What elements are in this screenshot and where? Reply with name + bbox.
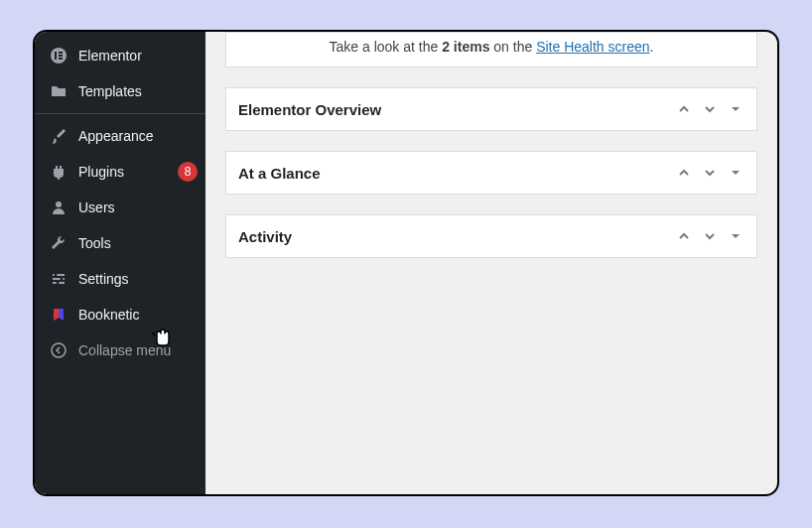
- sidebar-item-elementor[interactable]: Elementor: [35, 38, 205, 73]
- sidebar-separator: [35, 113, 205, 114]
- wrench-icon: [49, 233, 68, 253]
- notice-text-suffix: .: [650, 39, 654, 55]
- sidebar-item-label: Collapse menu: [78, 342, 198, 358]
- sidebar-item-label: Elementor: [78, 48, 198, 64]
- panel-title: Elementor Overview: [238, 101, 675, 118]
- notice-text-mid: on the: [489, 39, 536, 55]
- sidebar-item-plugins[interactable]: Plugins 8: [35, 154, 205, 190]
- sidebar-item-label: Booknetic: [78, 307, 198, 323]
- elementor-icon: [49, 46, 68, 66]
- panel-activity: Activity: [225, 214, 757, 258]
- dropdown-icon[interactable]: [727, 100, 744, 118]
- folder-icon: [49, 81, 68, 101]
- user-icon: [49, 198, 68, 217]
- chevron-up-icon[interactable]: [675, 227, 693, 245]
- sidebar-item-settings[interactable]: Settings: [35, 261, 205, 297]
- notice-text-prefix: Take a look at the: [330, 39, 443, 55]
- sliders-icon: [49, 269, 68, 289]
- chevron-down-icon[interactable]: [701, 164, 719, 182]
- chevron-up-icon[interactable]: [675, 100, 693, 118]
- site-health-notice: Take a look at the 2 items on the Site H…: [225, 32, 757, 67]
- panel-controls: [675, 164, 744, 182]
- plug-icon: [49, 162, 68, 182]
- panel-controls: [675, 100, 744, 118]
- sidebar-item-label: Settings: [78, 271, 198, 287]
- dashboard-content: Take a look at the 2 items on the Site H…: [205, 32, 777, 494]
- booknetic-icon: [49, 305, 68, 325]
- admin-sidebar: Elementor Templates Appearance Plugins 8: [35, 32, 205, 494]
- svg-point-11: [57, 282, 60, 285]
- notice-text-bold: 2 items: [442, 39, 489, 55]
- svg-rect-4: [59, 58, 63, 60]
- sidebar-item-collapse[interactable]: Collapse menu: [35, 332, 205, 368]
- sidebar-item-booknetic[interactable]: Booknetic: [35, 297, 205, 332]
- sidebar-item-label: Templates: [78, 83, 198, 99]
- update-badge: 8: [178, 162, 198, 182]
- sidebar-item-users[interactable]: Users: [35, 190, 205, 225]
- svg-point-12: [52, 343, 66, 357]
- panel-title: Activity: [238, 228, 675, 245]
- svg-rect-1: [55, 52, 57, 60]
- app-window: Elementor Templates Appearance Plugins 8: [33, 30, 779, 496]
- site-health-link[interactable]: Site Health screen: [536, 39, 649, 55]
- panel-controls: [675, 227, 744, 245]
- svg-point-5: [56, 201, 62, 207]
- sidebar-item-label: Users: [78, 199, 198, 215]
- chevron-down-icon[interactable]: [701, 227, 719, 245]
- panel-elementor-overview: Elementor Overview: [225, 87, 757, 131]
- dropdown-icon[interactable]: [727, 227, 744, 245]
- panel-title: At a Glance: [238, 165, 675, 182]
- panel-at-a-glance: At a Glance: [225, 151, 757, 195]
- chevron-down-icon[interactable]: [701, 100, 719, 118]
- sidebar-item-label: Plugins: [78, 164, 172, 180]
- svg-point-9: [55, 274, 58, 277]
- sidebar-item-label: Appearance: [78, 128, 198, 144]
- brush-icon: [49, 126, 68, 146]
- svg-point-10: [61, 278, 64, 281]
- dropdown-icon[interactable]: [727, 164, 744, 182]
- sidebar-item-appearance[interactable]: Appearance: [35, 118, 205, 154]
- svg-rect-2: [59, 52, 63, 54]
- sidebar-item-tools[interactable]: Tools: [35, 225, 205, 261]
- sidebar-item-templates[interactable]: Templates: [35, 73, 205, 109]
- chevron-up-icon[interactable]: [675, 164, 693, 182]
- sidebar-item-label: Tools: [78, 235, 198, 251]
- svg-rect-3: [59, 55, 63, 57]
- collapse-icon: [49, 340, 68, 360]
